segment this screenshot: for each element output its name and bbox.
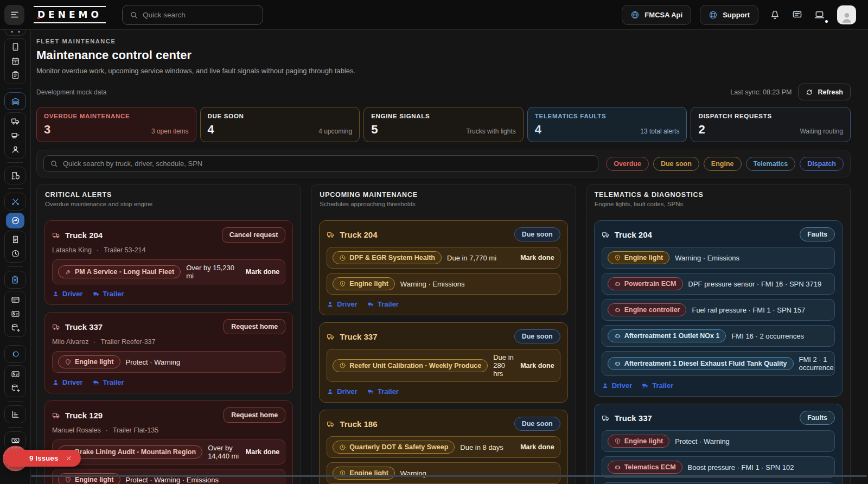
trailer-link[interactable]: Trailer: [367, 387, 399, 396]
mark-done-button[interactable]: Mark done: [520, 362, 554, 370]
mark-done-button[interactable]: Mark done: [246, 448, 280, 456]
devices-button[interactable]: [814, 9, 825, 21]
driver-link[interactable]: Driver: [327, 387, 358, 396]
sidebar-group: [4, 193, 26, 211]
quick-search-input[interactable]: Quick search: [122, 5, 263, 25]
sidebar-item-fuel[interactable]: [6, 273, 24, 286]
filter-chip-dispatch[interactable]: Dispatch: [800, 157, 844, 171]
trailer-link[interactable]: Trailer: [367, 300, 399, 308]
sidebar-item-calendar[interactable]: [6, 54, 24, 68]
alert-rows: Engine lightProtect · Warning: [52, 351, 285, 373]
telematics-panel: TELEMATICS & DIAGNOSTICS Engine lights, …: [586, 184, 851, 484]
driver-icon: [327, 301, 334, 308]
status-pill-label: Engine light: [624, 437, 663, 445]
filter-search-input[interactable]: Quick search by truck, driver, schedule,…: [43, 155, 598, 172]
trailer-link[interactable]: Trailer: [93, 290, 124, 298]
issues-close-button[interactable]: [65, 455, 72, 462]
menu-button[interactable]: [4, 5, 24, 25]
status-pill-label: Aftertreatment 1 Outlet NOx 1: [624, 332, 720, 340]
sidebar-group: [4, 365, 26, 397]
telematics-subtitle: Engine lights, fault codes, SPNs: [595, 201, 842, 207]
sidebar-divider: [8, 266, 23, 267]
driver-link[interactable]: Driver: [327, 300, 358, 308]
truck-meta: Milo Alvarez·Trailer Reefer-337: [52, 338, 285, 346]
sidebar-item-truck[interactable]: [6, 114, 24, 128]
shield-icon: [65, 359, 72, 366]
sidebar-item-tools[interactable]: [6, 195, 24, 208]
card-action-request-home[interactable]: Request home: [224, 407, 285, 423]
sidebar-item-invoice[interactable]: [6, 307, 24, 321]
sidebar-item-gauge[interactable]: [6, 213, 24, 228]
sidebar-item-database[interactable]: [6, 381, 24, 395]
link-label: Trailer: [652, 381, 673, 390]
filter-chip-overdue[interactable]: Overdue: [606, 157, 649, 171]
stat-card-dispatch-requests[interactable]: DISPATCH REQUESTS2Waiting routing: [691, 107, 851, 142]
sidebar-group: [4, 405, 26, 423]
messages-button[interactable]: [792, 9, 803, 21]
sidebar-item-garage[interactable]: [6, 94, 24, 108]
sidebar-item-person[interactable]: [6, 143, 24, 156]
app-logo[interactable]: DENEMO: [34, 6, 106, 23]
trailer-link[interactable]: Trailer: [93, 378, 124, 386]
filter-chip-due-soon[interactable]: Due soon: [653, 157, 699, 171]
issues-count-label: 9 Issues: [29, 454, 58, 462]
truck-icon: [327, 333, 335, 341]
sidebar-item-clipboard[interactable]: [6, 68, 24, 82]
sidebar-item-trailer[interactable]: [6, 129, 24, 142]
truck-card-header: Truck 186Due soon: [327, 417, 560, 431]
mark-done-button[interactable]: Mark done: [246, 268, 280, 276]
critical-alerts-panel: CRITICAL ALERTS Overdue maintenance and …: [36, 184, 301, 484]
trailer-link[interactable]: Trailer: [642, 381, 673, 390]
alert-row: Aftertreatment 1 Outlet NOx 1FMI 16 · 2 …: [602, 325, 835, 347]
status-pill-label: Engine light: [75, 476, 114, 483]
filter-chip-telematics[interactable]: Telematics: [746, 157, 796, 171]
card-action-cancel-request[interactable]: Cancel request: [222, 227, 286, 243]
issues-pill[interactable]: 9 Issues: [4, 450, 81, 467]
sidebar-item-building-shield[interactable]: [6, 169, 24, 182]
sidebar-item-database[interactable]: [6, 321, 24, 335]
horizontal-scrollbar[interactable]: [31, 475, 867, 477]
driver-name: Milo Alvarez: [52, 338, 88, 346]
wrench-icon: [65, 269, 72, 276]
stat-card-engine-signals[interactable]: ENGINE SIGNALS5Trucks with lights: [363, 107, 524, 142]
support-button[interactable]: Support: [700, 5, 758, 25]
link-label: Driver: [337, 300, 358, 308]
sidebar-item-rings[interactable]: [6, 347, 24, 361]
card-action-request-home[interactable]: Request home: [224, 319, 285, 334]
link-label: Driver: [612, 381, 633, 390]
sidebar-item-chart[interactable]: [6, 407, 24, 421]
logo-text: DENEMO: [37, 9, 102, 20]
status-pill: PM A Service - Long Haul Fleet: [58, 265, 181, 278]
laptop-icon: [814, 9, 825, 21]
refresh-button[interactable]: Refresh: [798, 84, 851, 100]
driver-link[interactable]: Driver: [602, 381, 633, 390]
quick-search-placeholder: Quick search: [143, 11, 186, 19]
shield-icon: [614, 438, 621, 445]
card-links: DriverTrailer: [327, 387, 560, 396]
avatar[interactable]: [837, 5, 856, 24]
link-label: Driver: [337, 387, 358, 396]
status-pill-label: Engine light: [349, 280, 388, 288]
notifications-button[interactable]: [769, 9, 781, 21]
trailer-icon: [11, 131, 20, 140]
truck-meta: Latasha King·Trailer 53-214: [52, 246, 285, 254]
sidebar-item-receipt[interactable]: [6, 233, 24, 246]
fmcsa-api-button[interactable]: FMCSA Api: [622, 5, 691, 25]
driver-link[interactable]: Driver: [52, 290, 83, 298]
mark-done-button[interactable]: Mark done: [520, 443, 554, 451]
stat-card-due-soon[interactable]: DUE SOON44 upcoming: [200, 107, 360, 142]
stat-card-telematics-faults[interactable]: TELEMATICS FAULTS413 total alerts: [527, 107, 687, 142]
bell-icon: [769, 9, 781, 21]
filter-chip-engine[interactable]: Engine: [704, 157, 742, 171]
stat-card-overdue-maintenance[interactable]: OVERDUE MAINTENANCE33 open items: [36, 107, 196, 142]
issues-badge[interactable]: 9 Issues: [4, 450, 81, 467]
driver-link[interactable]: Driver: [52, 378, 83, 386]
sidebar-item-card[interactable]: [6, 293, 24, 307]
sidebar-item-tablet[interactable]: [6, 40, 24, 54]
truck-name: Truck 129: [65, 411, 103, 420]
upcoming-maintenance-list: Truck 204Due soonDPF & EGR System Health…: [311, 213, 575, 484]
sidebar-item-clock[interactable]: [6, 247, 24, 260]
sidebar-item-invoice[interactable]: [6, 367, 24, 381]
mark-done-button[interactable]: Mark done: [520, 254, 554, 262]
sidebar-group: [4, 345, 26, 363]
